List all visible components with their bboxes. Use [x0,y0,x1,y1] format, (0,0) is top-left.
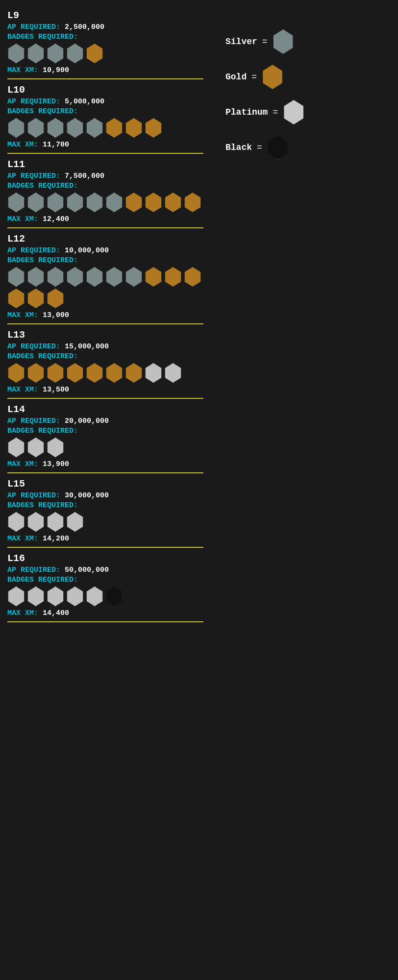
badge-hex-silver [66,193,84,212]
level-title: L10 [7,84,203,96]
xm-value: 10,900 [43,66,69,74]
level-block-l11: L11AP REQUIRED: 7,500,000BADGES REQUIRED… [7,154,203,228]
badge-hex-silver [105,267,123,287]
badge-hex-silver [125,267,143,287]
badge-hex-platinum [7,438,25,457]
badge-hex-gold [105,363,123,383]
badge-hex-platinum [47,587,64,606]
badges-row [7,44,203,63]
xm-line: MAX XM: 10,900 [7,66,203,74]
badges-required-label: BADGES REQUIRED: [7,501,203,510]
xm-label: MAX XM: [7,215,43,223]
ap-label: AP REQUIRED: [7,417,65,425]
ap-line: AP REQUIRED: 5,000,000 [7,98,203,106]
badges-row [7,587,203,606]
xm-line: MAX XM: 13,900 [7,460,203,468]
ap-line: AP REQUIRED: 2,500,000 [7,23,203,31]
badge-hex-gold [145,193,162,212]
badge-hex-gold [184,267,201,287]
badge-hex-silver [7,118,25,138]
badge-hex-gold [105,118,123,138]
badge-hex-platinum [164,363,182,383]
ap-label: AP REQUIRED: [7,343,65,351]
badge-hex-gold [27,289,45,308]
xm-label: MAX XM: [7,460,43,468]
level-block-l14: L14AP REQUIRED: 20,000,000BADGES REQUIRE… [7,399,203,473]
badges-required-label: BADGES REQUIRED: [7,352,203,361]
xm-value: 13,500 [43,386,69,394]
xm-value: 14,400 [43,609,69,617]
ap-value: 7,500,000 [65,172,104,180]
badges-required-label: BADGES REQUIRED: [7,107,203,116]
legend-hex-black [267,135,289,160]
badge-hex-gold [7,289,25,308]
ap-label: AP REQUIRED: [7,172,65,180]
legend-label-silver: Silver [225,37,257,47]
badge-hex-silver [27,193,45,212]
badge-hex-platinum [27,587,45,606]
badges-required-label: BADGES REQUIRED: [7,182,203,190]
legend-item-silver: Silver= [225,29,388,54]
badge-hex-silver [27,118,45,138]
level-title: L15 [7,478,203,490]
legend-hex-platinum [283,100,304,124]
ap-label: AP REQUIRED: [7,566,65,574]
legend-equals-silver: = [262,37,268,47]
badge-hex-platinum [66,587,84,606]
badge-hex-silver [7,44,25,63]
badge-hex-gold [27,363,45,383]
badge-hex-gold [184,193,201,212]
level-block-l13: L13AP REQUIRED: 15,000,000BADGES REQUIRE… [7,324,203,399]
xm-value: 13,000 [43,311,69,319]
xm-label: MAX XM: [7,535,43,543]
legend-item-gold: Gold= [225,65,388,89]
ap-line: AP REQUIRED: 30,000,000 [7,491,203,500]
badge-hex-gold [125,193,143,212]
legend-label-black: Black [225,143,252,152]
xm-value: 12,400 [43,215,69,223]
xm-value: 11,700 [43,141,69,149]
ap-line: AP REQUIRED: 50,000,000 [7,566,203,574]
level-block-l10: L10AP REQUIRED: 5,000,000BADGES REQUIRED… [7,79,203,154]
badge-hex-gold [164,193,182,212]
ap-value: 50,000,000 [65,566,109,574]
badge-hex-gold [86,44,103,63]
badge-hex-platinum [47,438,64,457]
xm-label: MAX XM: [7,66,43,74]
xm-line: MAX XM: 12,400 [7,215,203,223]
xm-line: MAX XM: 14,200 [7,535,203,543]
xm-value: 14,200 [43,535,69,543]
legend-label-platinum: Platinum [225,107,268,117]
badge-hex-platinum [47,512,64,532]
badges-row [7,363,203,383]
badge-hex-gold [86,363,103,383]
badge-hex-silver [86,267,103,287]
badge-hex-silver [105,193,123,212]
ap-value: 10,000,000 [65,246,109,255]
legend-item-black: Black= [225,135,388,160]
ap-label: AP REQUIRED: [7,23,65,31]
ap-value: 20,000,000 [65,417,109,425]
badge-hex-platinum [7,512,25,532]
badge-hex-black [105,587,123,606]
badge-hex-gold [164,267,182,287]
level-title: L9 [7,10,203,21]
legend-label-gold: Gold [225,72,247,82]
level-title: L12 [7,233,203,245]
ap-value: 15,000,000 [65,343,109,351]
badges-required-label: BADGES REQUIRED: [7,427,203,435]
badges-row [7,193,203,212]
ap-value: 30,000,000 [65,491,109,500]
legend-equals-gold: = [251,72,257,82]
ap-label: AP REQUIRED: [7,98,65,106]
badge-hex-gold [145,267,162,287]
level-title: L13 [7,329,203,341]
xm-label: MAX XM: [7,386,43,394]
badges-required-label: BADGES REQUIRED: [7,33,203,41]
badge-hex-gold [125,363,143,383]
badge-hex-silver [47,267,64,287]
xm-value: 13,900 [43,460,69,468]
badge-hex-silver [27,44,45,63]
badge-hex-silver [7,267,25,287]
badge-hex-silver [86,193,103,212]
